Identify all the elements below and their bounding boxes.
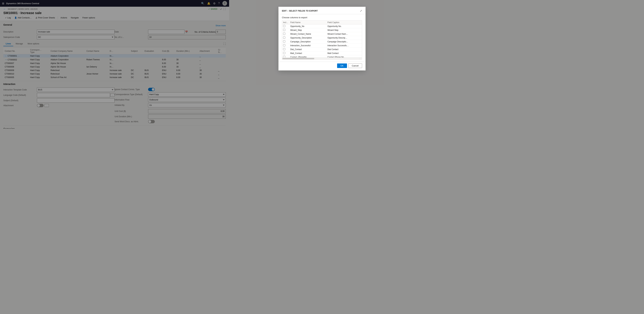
modal-overlay[interactable]: EDIT – SELECT FIELDS TO EXPORT ⤢ Choose …: [0, 0, 229, 129]
